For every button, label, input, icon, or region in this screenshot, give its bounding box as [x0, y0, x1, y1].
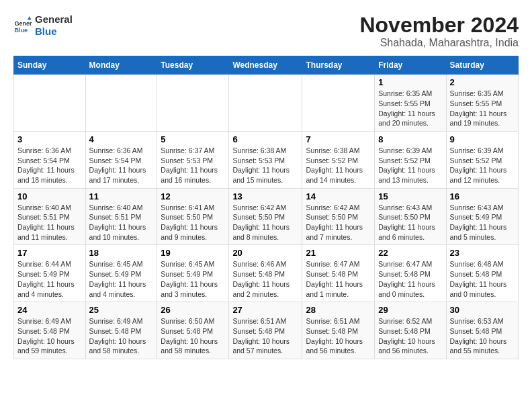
day-number: 11	[89, 191, 154, 201]
cell-details: Sunrise: 6:40 AM Sunset: 5:51 PM Dayligh…	[89, 203, 154, 242]
day-number: 24	[17, 305, 82, 315]
day-number: 14	[306, 191, 371, 201]
day-number: 8	[378, 134, 442, 144]
calendar-cell	[85, 75, 157, 132]
cell-details: Sunrise: 6:46 AM Sunset: 5:48 PM Dayligh…	[232, 259, 298, 299]
cell-details: Sunrise: 6:35 AM Sunset: 5:55 PM Dayligh…	[378, 89, 442, 128]
day-number: 27	[232, 305, 298, 315]
day-number: 21	[306, 248, 371, 258]
cell-details: Sunrise: 6:40 AM Sunset: 5:51 PM Dayligh…	[17, 203, 82, 242]
cell-details: Sunrise: 6:48 AM Sunset: 5:48 PM Dayligh…	[450, 259, 515, 299]
calendar-body: 1Sunrise: 6:35 AM Sunset: 5:55 PM Daylig…	[14, 75, 519, 359]
calendar-cell: 20Sunrise: 6:46 AM Sunset: 5:48 PM Dayli…	[229, 245, 302, 302]
day-number: 5	[161, 134, 225, 144]
svg-text:Blue: Blue	[14, 27, 28, 34]
cell-details: Sunrise: 6:38 AM Sunset: 5:53 PM Dayligh…	[232, 146, 298, 185]
day-number: 26	[161, 305, 225, 315]
calendar-cell: 10Sunrise: 6:40 AM Sunset: 5:51 PM Dayli…	[14, 188, 86, 245]
cell-details: Sunrise: 6:43 AM Sunset: 5:49 PM Dayligh…	[450, 203, 515, 242]
calendar-cell: 9Sunrise: 6:39 AM Sunset: 5:52 PM Daylig…	[446, 131, 519, 188]
logo-icon: General Blue	[13, 16, 32, 35]
week-row-5: 24Sunrise: 6:49 AM Sunset: 5:48 PM Dayli…	[14, 302, 519, 359]
cell-details: Sunrise: 6:36 AM Sunset: 5:54 PM Dayligh…	[17, 146, 82, 185]
cell-details: Sunrise: 6:47 AM Sunset: 5:48 PM Dayligh…	[306, 259, 371, 299]
cell-details: Sunrise: 6:36 AM Sunset: 5:54 PM Dayligh…	[89, 146, 154, 185]
calendar-cell: 17Sunrise: 6:44 AM Sunset: 5:49 PM Dayli…	[14, 245, 86, 302]
col-header-friday: Friday	[375, 56, 446, 75]
col-header-wednesday: Wednesday	[229, 56, 302, 75]
day-number: 7	[306, 134, 371, 144]
cell-details: Sunrise: 6:51 AM Sunset: 5:48 PM Dayligh…	[232, 316, 298, 356]
calendar-cell: 19Sunrise: 6:45 AM Sunset: 5:49 PM Dayli…	[157, 245, 229, 302]
week-row-4: 17Sunrise: 6:44 AM Sunset: 5:49 PM Dayli…	[14, 245, 519, 302]
col-header-monday: Monday	[85, 56, 157, 75]
day-number: 25	[89, 305, 154, 315]
calendar-cell: 14Sunrise: 6:42 AM Sunset: 5:50 PM Dayli…	[302, 188, 375, 245]
day-number: 6	[232, 134, 298, 144]
calendar-cell: 8Sunrise: 6:39 AM Sunset: 5:52 PM Daylig…	[375, 131, 446, 188]
calendar-cell: 4Sunrise: 6:36 AM Sunset: 5:54 PM Daylig…	[85, 131, 157, 188]
day-number: 12	[161, 191, 225, 201]
title-area: November 2024 Shahada, Maharashtra, Indi…	[359, 13, 519, 49]
day-number: 23	[450, 248, 515, 258]
calendar-cell: 22Sunrise: 6:47 AM Sunset: 5:48 PM Dayli…	[375, 245, 446, 302]
cell-details: Sunrise: 6:50 AM Sunset: 5:48 PM Dayligh…	[161, 316, 225, 356]
location-subtitle: Shahada, Maharashtra, India	[359, 37, 519, 49]
calendar-cell: 6Sunrise: 6:38 AM Sunset: 5:53 PM Daylig…	[229, 131, 302, 188]
day-number: 22	[378, 248, 442, 258]
day-number: 15	[378, 191, 442, 201]
calendar-cell: 26Sunrise: 6:50 AM Sunset: 5:48 PM Dayli…	[157, 302, 229, 359]
week-row-3: 10Sunrise: 6:40 AM Sunset: 5:51 PM Dayli…	[14, 188, 519, 245]
svg-marker-2	[28, 16, 32, 20]
cell-details: Sunrise: 6:53 AM Sunset: 5:48 PM Dayligh…	[450, 316, 515, 356]
cell-details: Sunrise: 6:45 AM Sunset: 5:49 PM Dayligh…	[161, 259, 225, 299]
calendar-cell: 25Sunrise: 6:49 AM Sunset: 5:48 PM Dayli…	[85, 302, 157, 359]
day-number: 30	[450, 305, 515, 315]
day-number: 19	[161, 248, 225, 258]
week-row-1: 1Sunrise: 6:35 AM Sunset: 5:55 PM Daylig…	[14, 75, 519, 132]
day-number: 9	[450, 134, 515, 144]
calendar-cell	[302, 75, 375, 132]
day-number: 2	[450, 77, 515, 87]
cell-details: Sunrise: 6:42 AM Sunset: 5:50 PM Dayligh…	[306, 203, 371, 242]
day-number: 18	[89, 248, 154, 258]
cell-details: Sunrise: 6:39 AM Sunset: 5:52 PM Dayligh…	[450, 146, 515, 185]
cell-details: Sunrise: 6:43 AM Sunset: 5:50 PM Dayligh…	[378, 203, 442, 242]
calendar-cell: 23Sunrise: 6:48 AM Sunset: 5:48 PM Dayli…	[446, 245, 519, 302]
calendar-cell: 21Sunrise: 6:47 AM Sunset: 5:48 PM Dayli…	[302, 245, 375, 302]
logo-line2: Blue	[35, 26, 73, 38]
col-header-tuesday: Tuesday	[157, 56, 229, 75]
calendar-cell: 18Sunrise: 6:45 AM Sunset: 5:49 PM Dayli…	[85, 245, 157, 302]
col-header-sunday: Sunday	[14, 56, 86, 75]
cell-details: Sunrise: 6:49 AM Sunset: 5:48 PM Dayligh…	[89, 316, 154, 356]
calendar-cell	[229, 75, 302, 132]
col-header-saturday: Saturday	[446, 56, 519, 75]
day-number: 10	[17, 191, 82, 201]
cell-details: Sunrise: 6:44 AM Sunset: 5:49 PM Dayligh…	[17, 259, 82, 299]
logo-line1: General	[35, 13, 73, 26]
cell-details: Sunrise: 6:42 AM Sunset: 5:50 PM Dayligh…	[232, 203, 298, 242]
calendar-cell: 24Sunrise: 6:49 AM Sunset: 5:48 PM Dayli…	[14, 302, 86, 359]
calendar-cell	[157, 75, 229, 132]
day-number: 17	[17, 248, 82, 258]
day-number: 3	[17, 134, 82, 144]
day-number: 13	[232, 191, 298, 201]
cell-details: Sunrise: 6:37 AM Sunset: 5:53 PM Dayligh…	[161, 146, 225, 185]
cell-details: Sunrise: 6:51 AM Sunset: 5:48 PM Dayligh…	[306, 316, 371, 356]
calendar-cell: 3Sunrise: 6:36 AM Sunset: 5:54 PM Daylig…	[14, 131, 86, 188]
cell-details: Sunrise: 6:35 AM Sunset: 5:55 PM Dayligh…	[450, 89, 515, 128]
header: General Blue General Blue November 2024 …	[13, 13, 519, 49]
calendar-cell: 15Sunrise: 6:43 AM Sunset: 5:50 PM Dayli…	[375, 188, 446, 245]
cell-details: Sunrise: 6:45 AM Sunset: 5:49 PM Dayligh…	[89, 259, 154, 299]
col-header-thursday: Thursday	[302, 56, 375, 75]
calendar-cell: 27Sunrise: 6:51 AM Sunset: 5:48 PM Dayli…	[229, 302, 302, 359]
svg-text:General: General	[14, 20, 32, 27]
logo: General Blue General Blue	[13, 13, 73, 38]
calendar-header-row: SundayMondayTuesdayWednesdayThursdayFrid…	[14, 56, 519, 75]
calendar-cell	[14, 75, 86, 132]
day-number: 20	[232, 248, 298, 258]
cell-details: Sunrise: 6:41 AM Sunset: 5:50 PM Dayligh…	[161, 203, 225, 242]
cell-details: Sunrise: 6:39 AM Sunset: 5:52 PM Dayligh…	[378, 146, 442, 185]
calendar-cell: 5Sunrise: 6:37 AM Sunset: 5:53 PM Daylig…	[157, 131, 229, 188]
calendar-cell: 13Sunrise: 6:42 AM Sunset: 5:50 PM Dayli…	[229, 188, 302, 245]
